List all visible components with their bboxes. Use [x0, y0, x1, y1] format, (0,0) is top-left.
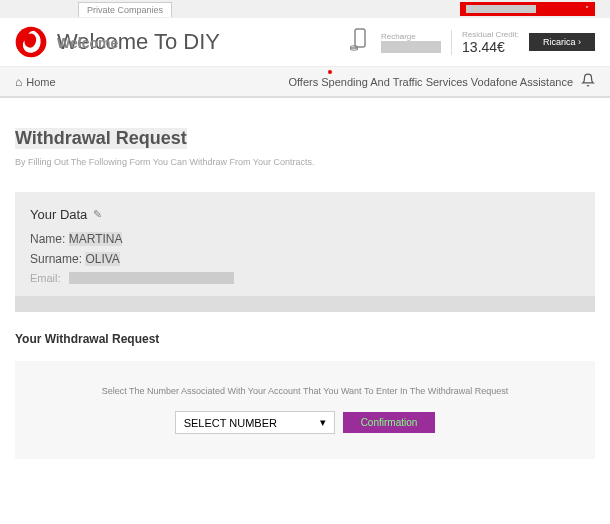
confirm-button[interactable]: Confirmation [343, 412, 436, 433]
credit-box: Residual Credit: 13.44€ [451, 30, 519, 55]
bell-icon[interactable] [581, 73, 595, 90]
svg-point-0 [16, 27, 47, 58]
home-icon: ⌂ [15, 75, 22, 89]
number-select[interactable]: SELECT NUMBER ▾ [175, 411, 335, 434]
withdrawal-title: Withdrawal Request [15, 128, 187, 149]
ghost-text: Welcome [57, 35, 118, 51]
phone-icon [349, 28, 371, 57]
ricarica-button[interactable]: Ricarica › [529, 33, 595, 51]
your-data-section: Your Data ✎ Name: MARTINA Surname: OLIVA… [15, 192, 595, 312]
name-row: Name: MARTINA [30, 232, 580, 246]
svg-rect-1 [355, 29, 365, 47]
surname-row: Surname: OLIVA [30, 252, 580, 266]
nav-bar: ⌂ Home Offers Spending And Traffic Servi… [0, 67, 610, 98]
credit-value: 13.44€ [462, 39, 519, 55]
search-input-placeholder [466, 5, 536, 13]
select-instruction: Select The Number Associated With Your A… [30, 386, 580, 396]
name-value: MARTINA [69, 232, 123, 246]
chevron-down-icon: ˅ [585, 5, 589, 14]
recharge-bar [381, 41, 441, 53]
email-row: Email: [30, 272, 580, 284]
recharge-label: Recharge [381, 32, 441, 41]
indicator-dot [328, 70, 332, 74]
nav-menu[interactable]: Offers Spending And Traffic Services Vod… [288, 76, 573, 88]
chevron-down-icon: ▾ [320, 416, 326, 429]
vodafone-logo [15, 26, 47, 58]
email-value-redacted [69, 272, 234, 284]
credit-area: Recharge Residual Credit: 13.44€ Ricaric… [349, 28, 595, 57]
tab-private-companies[interactable]: Private Companies [78, 2, 172, 17]
edit-icon[interactable]: ✎ [93, 208, 102, 221]
header: Welcome To DIY Welcome Recharge Residual… [0, 18, 610, 67]
credit-label: Residual Credit: [462, 30, 519, 39]
email-label: Email: [30, 272, 61, 284]
content: Withdrawal Request By Filling Out The Fo… [0, 98, 610, 474]
your-data-header: Your Data ✎ [30, 207, 580, 222]
search-area[interactable]: ˅ [460, 2, 595, 16]
nav-home[interactable]: ⌂ Home [15, 75, 56, 89]
select-section: Select The Number Associated With Your A… [15, 361, 595, 459]
data-footer [15, 296, 595, 312]
surname-value: OLIVA [85, 252, 119, 266]
select-row: SELECT NUMBER ▾ Confirmation [30, 411, 580, 434]
page-title: Welcome To DIY Welcome [57, 29, 349, 55]
top-bar: Private Companies ˅ [0, 0, 610, 18]
request-title: Your Withdrawal Request [15, 332, 595, 346]
recharge-box: Recharge [381, 32, 441, 53]
withdrawal-desc: By Filling Out The Following Form You Ca… [15, 157, 595, 167]
